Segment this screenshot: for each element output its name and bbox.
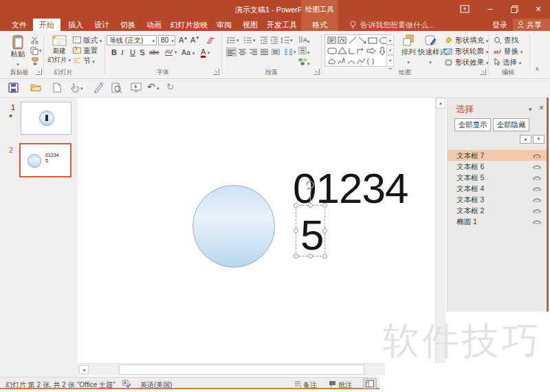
- eye-icon[interactable]: [523, 175, 542, 180]
- reorder-down-button[interactable]: ▼: [533, 135, 544, 144]
- pane-item-textbox7[interactable]: 文本框 7: [448, 150, 547, 161]
- hide-all-button[interactable]: 全部隐藏: [493, 118, 529, 131]
- align-center-button[interactable]: [238, 47, 248, 56]
- eye-icon[interactable]: [523, 164, 542, 169]
- font-name-combo[interactable]: 等线 (正文)▾: [107, 35, 157, 45]
- font-color-button[interactable]: A ▾: [201, 47, 210, 56]
- ribbon-display-options-icon[interactable]: [459, 4, 470, 14]
- columns-icon[interactable]: [285, 49, 293, 55]
- comments-button[interactable]: 批注: [338, 380, 352, 390]
- slide1-thumbnail[interactable]: [21, 102, 72, 135]
- select-button[interactable]: 选择 ▾: [494, 58, 521, 67]
- eye-icon[interactable]: [523, 153, 542, 158]
- tab-insert[interactable]: 插入: [63, 19, 88, 31]
- text-shadow-button[interactable]: S: [140, 48, 144, 56]
- notes-button[interactable]: 备注: [303, 380, 317, 390]
- align-right-button[interactable]: [249, 47, 259, 56]
- arrange-button[interactable]: 排列▾: [399, 34, 418, 65]
- rotation-handle-icon[interactable]: [305, 179, 316, 190]
- copy-icon[interactable]: [30, 47, 38, 55]
- paragraph-dialog-launcher[interactable]: ↘: [314, 69, 320, 75]
- normal-view-button[interactable]: [363, 378, 377, 389]
- pane-item-textbox6[interactable]: 文本框 6: [448, 161, 547, 172]
- show-all-button[interactable]: 全部显示: [454, 118, 491, 131]
- new-slide-button[interactable]: 新建 幻灯片 ▾: [45, 34, 73, 65]
- maximize-button[interactable]: [509, 4, 520, 14]
- text-direction-button[interactable]: A▾: [298, 36, 310, 45]
- bullets-icon[interactable]: [227, 36, 236, 44]
- pane-item-oval1[interactable]: 椭圆 1: [448, 216, 547, 227]
- close-button[interactable]: ×: [533, 4, 544, 14]
- sign-in-button[interactable]: 登录: [492, 19, 507, 31]
- tab-review[interactable]: 审阅: [212, 19, 236, 31]
- redo-icon[interactable]: ↻: [166, 81, 175, 92]
- comments-icon[interactable]: [329, 380, 336, 387]
- character-spacing-button[interactable]: AV ▾: [165, 48, 177, 55]
- shapes-scroll-down[interactable]: ▾: [386, 45, 394, 55]
- replace-button[interactable]: ab 替换 ▾: [494, 47, 522, 56]
- eye-icon[interactable]: [523, 208, 542, 213]
- distribute-button[interactable]: [271, 47, 281, 56]
- scroll-up-button[interactable]: ▲: [436, 98, 446, 109]
- tab-transitions[interactable]: 切换: [116, 19, 140, 31]
- section-button[interactable]: 节 ▾: [73, 56, 95, 66]
- bold-button[interactable]: B: [111, 48, 117, 56]
- dropdown-arrow[interactable]: ▾: [80, 86, 83, 91]
- strikethrough-button[interactable]: abc: [149, 49, 160, 56]
- increase-indent-icon[interactable]: [270, 36, 278, 44]
- slide2-thumbnail[interactable]: 01234 5: [19, 143, 72, 177]
- format-painter-icon[interactable]: [31, 57, 39, 65]
- align-left-button[interactable]: [226, 47, 236, 56]
- undo-icon[interactable]: ↶: [147, 81, 155, 92]
- resize-handle-nw[interactable]: [294, 203, 298, 208]
- pane-item-textbox4[interactable]: 文本框 4: [448, 183, 547, 194]
- print-preview-icon[interactable]: [111, 83, 122, 93]
- eye-icon[interactable]: [523, 186, 542, 191]
- reorder-up-button[interactable]: ▲: [520, 135, 531, 144]
- horizontal-scrollbar[interactable]: ◄: [78, 363, 385, 375]
- slide-counter[interactable]: 幻灯片 第 2 张, 共 2 张: [6, 380, 75, 390]
- resize-handle-s[interactable]: [308, 254, 313, 259]
- dropdown-arrow[interactable]: ▾: [39, 48, 42, 54]
- eye-icon[interactable]: [523, 197, 542, 202]
- convert-to-smartart-button[interactable]: ▾: [298, 58, 310, 67]
- horizontal-scroll-thumb[interactable]: [119, 364, 364, 375]
- ellipse-shape[interactable]: [192, 185, 275, 268]
- save-icon[interactable]: [8, 83, 19, 93]
- tellme-box[interactable]: 告诉我您想要做什么...: [360, 19, 434, 31]
- eye-icon[interactable]: [523, 219, 542, 224]
- open-icon[interactable]: [30, 83, 41, 92]
- font-size-combo[interactable]: 80▾: [158, 35, 175, 45]
- pane-close-icon[interactable]: ×: [539, 103, 544, 113]
- italic-button[interactable]: I: [121, 48, 124, 56]
- line-spacing-icon[interactable]: [280, 36, 289, 44]
- clear-formatting-icon[interactable]: [206, 36, 215, 45]
- reset-button[interactable]: 重置: [73, 46, 98, 56]
- theme-name[interactable]: “Office 主题”: [77, 380, 115, 390]
- align-text-button[interactable]: ▾: [298, 47, 310, 56]
- drawing-dialog-launcher[interactable]: ↘: [480, 69, 486, 75]
- shapes-gallery[interactable]: [324, 34, 394, 67]
- tab-design[interactable]: 设计: [89, 19, 114, 31]
- shapes-more-button[interactable]: ▾▔: [386, 55, 394, 67]
- minimize-button[interactable]: –: [485, 4, 496, 14]
- tab-view[interactable]: 视图: [238, 19, 263, 31]
- start-slideshow-icon[interactable]: [131, 83, 142, 92]
- layout-button[interactable]: 版式 ▾: [73, 36, 102, 45]
- textbox-selection-outline[interactable]: [296, 205, 325, 257]
- pane-item-textbox5[interactable]: 文本框 5: [448, 172, 547, 183]
- shape-effects-button[interactable]: 形状效果 ▾: [444, 58, 488, 67]
- tab-developer[interactable]: 开发工具: [264, 19, 300, 31]
- share-button[interactable]: 共享: [513, 19, 550, 31]
- clipboard-dialog-launcher[interactable]: ↘: [36, 69, 42, 75]
- resize-handle-e[interactable]: [322, 228, 327, 233]
- language-indicator[interactable]: 英语(美国): [140, 380, 173, 390]
- grow-font-button[interactable]: A▲: [179, 36, 188, 44]
- dropdown-arrow[interactable]: ▾: [157, 86, 160, 91]
- resize-handle-se[interactable]: [322, 254, 327, 259]
- tab-animations[interactable]: 动画: [142, 19, 166, 31]
- pane-item-textbox3[interactable]: 文本框 3: [448, 194, 547, 205]
- scroll-left-button[interactable]: ◄: [79, 365, 89, 374]
- tab-format[interactable]: 格式: [301, 19, 338, 31]
- shape-fill-button[interactable]: 形状填充 ▾: [444, 36, 488, 45]
